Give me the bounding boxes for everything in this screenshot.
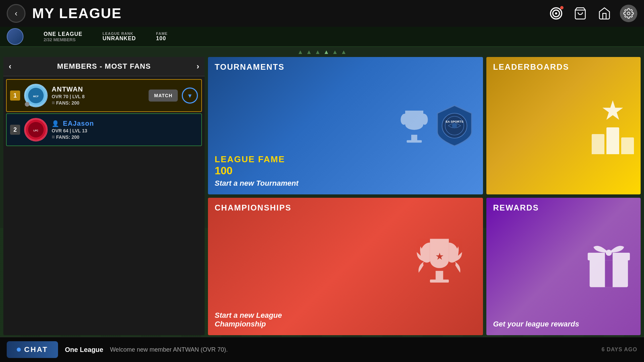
chat-label: CHAT: [24, 345, 48, 354]
league-avatar: [7, 28, 23, 45]
tournaments-panel[interactable]: TOURNAMENTS EA SPORTS FC: [208, 57, 483, 194]
tournaments-content: LEAGUE FAME 100 Start a new Tournament: [215, 154, 299, 188]
members-panel: ‹ MEMBERS - MOST FANS › 1 MCF: [3, 57, 205, 335]
cart-icon-button[interactable]: [572, 5, 589, 22]
chat-message: Welcome new member ANTWAN (OVR 70).: [110, 346, 228, 353]
member-info-2: 👤 EAJason OVR 64 | LVL 13 ≡ FANS: 200: [52, 120, 198, 140]
page-title: MY LEAGUE: [32, 5, 122, 21]
chat-bar: CHAT One League Welcome new member ANTWA…: [0, 337, 644, 362]
league-fame-value: 100: [215, 165, 299, 177]
leaderboards-panel[interactable]: LEADERBOARDS ★: [486, 57, 641, 194]
rewards-text: Get your league rewards: [493, 320, 579, 328]
champ-trophy-icon: ★: [409, 231, 470, 302]
svg-rect-17: [436, 271, 443, 280]
rank-value: UNRANKED: [103, 36, 136, 42]
member-name-2: 👤 EAJason: [52, 120, 198, 127]
start-tournament-text: Start a new Tournament: [215, 179, 299, 188]
members-header: ‹ MEMBERS - MOST FANS ›: [3, 57, 205, 76]
members-list: 1 MCF ANTWAN OVR 70 | LVL 8: [3, 76, 205, 335]
league-fame-label: LEAGUE FAME: [215, 154, 299, 165]
back-button[interactable]: ‹: [7, 4, 25, 23]
main-content: ‹ MEMBERS - MOST FANS › 1 MCF: [3, 57, 641, 335]
start-champ-text: Start a new LeagueChampionship: [215, 311, 282, 328]
svg-point-24: [606, 250, 612, 256]
rewards-gift-icon: [584, 236, 634, 298]
member-avatar-2: LFC: [24, 118, 48, 141]
members-prev-arrow[interactable]: ‹: [9, 62, 11, 71]
svg-point-2: [555, 12, 557, 15]
member-rank-1: 1: [10, 90, 20, 101]
member-row[interactable]: 2 LFC 👤 EAJason OVR 64 | LVL 13: [6, 113, 202, 146]
tournament-icons: EA SPORTS FC: [399, 104, 476, 147]
member-stats-1: OVR 70 | LVL 8: [52, 94, 145, 99]
svg-point-16: [452, 123, 457, 128]
svg-text:★: ★: [436, 252, 443, 261]
member-rank-2: 2: [10, 125, 20, 135]
right-section: TOURNAMENTS EA SPORTS FC: [208, 57, 641, 335]
svg-rect-21: [605, 258, 613, 287]
rewards-panel[interactable]: REWARDS Get your le: [486, 198, 641, 335]
championships-panel[interactable]: CHAMPIONSHIPS: [208, 198, 483, 335]
league-members: 2/32 MEMBERS: [44, 37, 83, 42]
target-icon-button[interactable]: [547, 5, 565, 22]
members-panel-title: MEMBERS - MOST FANS: [57, 62, 151, 71]
member-fans-2: ≡ FANS: 200: [52, 134, 198, 140]
svg-text:MCF: MCF: [33, 95, 39, 98]
notification-dot: [560, 6, 564, 9]
rank-label: LEAGUE RANK: [103, 32, 136, 36]
league-rank-item: LEAGUE RANK UNRANKED: [103, 32, 136, 42]
chat-dot: [17, 348, 21, 352]
member-row[interactable]: 1 MCF ANTWAN OVR 70 | LVL 8: [6, 79, 202, 112]
svg-text:LFC: LFC: [34, 129, 39, 132]
leaderboards-title: LEADERBOARDS: [493, 62, 569, 72]
chat-button[interactable]: CHAT: [7, 341, 58, 358]
svg-text:EA SPORTS: EA SPORTS: [445, 120, 463, 123]
settings-icon-button[interactable]: [620, 5, 637, 22]
match-button-1[interactable]: MATCH: [149, 89, 178, 102]
fans-icon-1: ≡: [52, 100, 55, 106]
chevrons-decoration: ▲ ▲ ▲ ▲ ▲ ▲: [0, 47, 644, 57]
header-icons: [547, 5, 637, 22]
league-name: One League: [44, 31, 83, 37]
header: ‹ MY LEAGUE: [0, 0, 644, 27]
fans-icon-2: ≡: [52, 134, 55, 140]
svg-rect-11: [407, 140, 422, 142]
championships-title: CHAMPIONSHIPS: [215, 203, 291, 213]
league-fame-item: FAME 100: [156, 32, 168, 42]
rewards-title: REWARDS: [493, 203, 539, 213]
league-name-item: One League 2/32 MEMBERS: [44, 31, 83, 42]
home-icon-button[interactable]: [596, 5, 613, 22]
member-avatar-1: MCF: [24, 84, 48, 107]
fame-value: 100: [156, 36, 168, 42]
ea-shield-icon: EA SPORTS FC: [433, 104, 476, 147]
member-stats-2: OVR 64 | LVL 13: [52, 128, 198, 133]
chat-time: 6 DAYS AGO: [601, 347, 637, 353]
chat-league-name: One League: [65, 346, 103, 354]
friend-icon: 👤: [52, 120, 59, 127]
svg-rect-18: [430, 280, 449, 283]
leaderboards-icon: ★: [592, 97, 634, 154]
member-info-1: ANTWAN OVR 70 | LVL 8 ≡ FANS: 200: [52, 85, 145, 106]
sub-header: One League 2/32 MEMBERS LEAGUE RANK UNRA…: [0, 27, 644, 47]
tournaments-title: TOURNAMENTS: [215, 62, 284, 72]
dropdown-button-1[interactable]: ▾: [182, 87, 198, 104]
status-dot-1: [25, 102, 30, 107]
member-name-1: ANTWAN: [52, 85, 145, 93]
member-fans-1: ≡ FANS: 200: [52, 100, 145, 106]
members-next-arrow[interactable]: ›: [197, 62, 199, 71]
svg-rect-10: [411, 135, 417, 141]
fame-label: FAME: [156, 32, 168, 36]
